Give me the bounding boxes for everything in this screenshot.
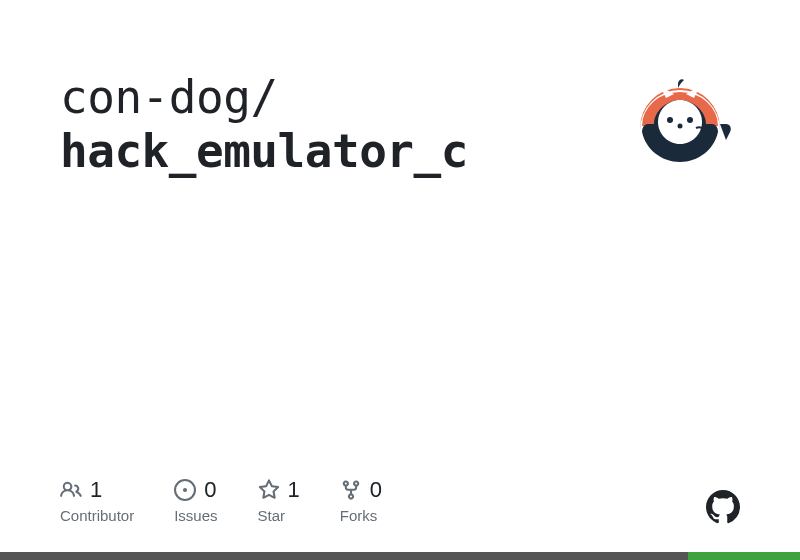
avatar[interactable] bbox=[620, 70, 740, 190]
language-segment-c bbox=[0, 552, 688, 560]
repo-social-card: con-dog/ hack_emulator_c 1 bbox=[0, 0, 800, 560]
forks-value: 0 bbox=[370, 477, 382, 503]
issues-label: Issues bbox=[174, 507, 217, 524]
repo-owner[interactable]: con-dog/ bbox=[60, 70, 278, 124]
people-icon bbox=[60, 479, 82, 501]
stat-issues[interactable]: 0 Issues bbox=[174, 477, 217, 524]
fork-icon bbox=[340, 479, 362, 501]
svg-point-2 bbox=[687, 117, 693, 123]
issue-icon bbox=[174, 479, 196, 501]
repo-name[interactable]: hack_emulator_c bbox=[60, 124, 468, 178]
issues-value: 0 bbox=[204, 477, 216, 503]
stat-stars[interactable]: 1 Star bbox=[258, 477, 300, 524]
contributors-label: Contributor bbox=[60, 507, 134, 524]
stats: 1 Contributor 0 Issues 1 Star bbox=[60, 477, 382, 524]
title-row: con-dog/ hack_emulator_c bbox=[60, 70, 740, 190]
stars-value: 1 bbox=[288, 477, 300, 503]
stats-row: 1 Contributor 0 Issues 1 Star bbox=[60, 477, 740, 524]
svg-point-1 bbox=[667, 117, 673, 123]
stat-forks[interactable]: 0 Forks bbox=[340, 477, 382, 524]
stat-contributors[interactable]: 1 Contributor bbox=[60, 477, 134, 524]
language-bar bbox=[0, 552, 800, 560]
github-logo-icon[interactable] bbox=[706, 490, 740, 524]
language-segment-other bbox=[688, 552, 800, 560]
star-icon bbox=[258, 479, 280, 501]
forks-label: Forks bbox=[340, 507, 382, 524]
contributors-value: 1 bbox=[90, 477, 102, 503]
svg-point-3 bbox=[678, 124, 683, 129]
repo-title: con-dog/ hack_emulator_c bbox=[60, 70, 468, 179]
stars-label: Star bbox=[258, 507, 300, 524]
